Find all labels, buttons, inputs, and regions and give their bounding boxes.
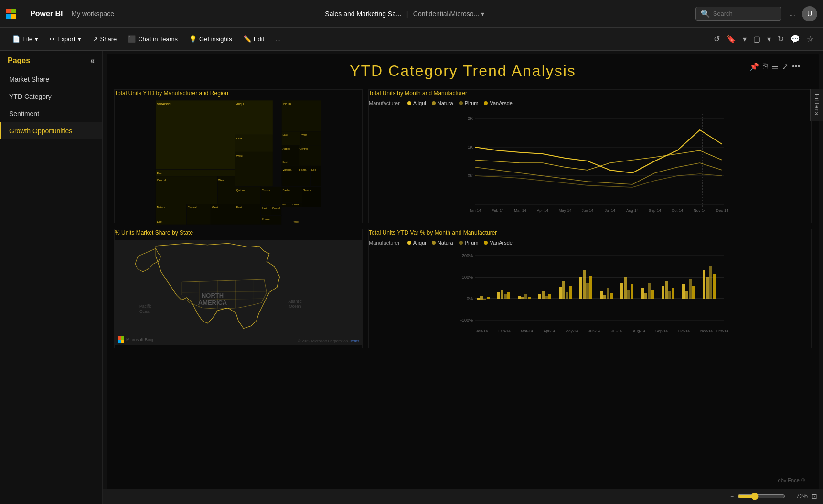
- svg-rect-135: [651, 290, 654, 299]
- svg-rect-145: [706, 277, 709, 299]
- expand-icon[interactable]: ⤢: [782, 62, 788, 71]
- svg-rect-121: [583, 270, 586, 299]
- zoom-plus-icon[interactable]: +: [789, 493, 792, 500]
- edit-button[interactable]: ✏️ Edit: [239, 32, 269, 45]
- svg-text:VanArsdel: VanArsdel: [157, 102, 171, 106]
- svg-text:Central: Central: [188, 206, 197, 209]
- svg-rect-134: [648, 283, 651, 299]
- svg-text:East: East: [236, 137, 242, 140]
- svg-rect-105: [504, 294, 507, 299]
- terms-link[interactable]: Terms: [349, 339, 359, 343]
- more-options-button[interactable]: ...: [786, 8, 798, 20]
- svg-rect-123: [589, 276, 592, 299]
- zoom-minus-icon[interactable]: −: [730, 493, 734, 500]
- svg-rect-109: [521, 297, 524, 299]
- sidebar-item-growth-opportunities[interactable]: Growth Opportunities: [0, 122, 102, 139]
- svg-text:Dec-14: Dec-14: [716, 208, 728, 213]
- edit-icon: ✏️: [244, 35, 251, 43]
- svg-text:Feb-14: Feb-14: [498, 329, 511, 333]
- svg-rect-136: [662, 286, 664, 299]
- svg-text:West: West: [294, 220, 299, 223]
- svg-rect-139: [672, 288, 674, 299]
- filter-icon[interactable]: ☰: [771, 62, 778, 71]
- pages-header: Pages «: [0, 51, 102, 71]
- svg-rect-99: [477, 298, 480, 300]
- undo-icon[interactable]: ↺: [712, 32, 722, 45]
- file-button[interactable]: 📄 File ▾: [8, 32, 43, 45]
- svg-text:200%: 200%: [462, 253, 473, 258]
- frame-icon[interactable]: ▢: [751, 32, 762, 45]
- workspace-label[interactable]: My workspace: [71, 10, 114, 18]
- zoom-slider[interactable]: [737, 493, 785, 500]
- svg-text:West: West: [301, 133, 307, 136]
- svg-text:Aliqui: Aliqui: [236, 102, 244, 106]
- svg-text:0%: 0%: [467, 296, 473, 301]
- svg-rect-115: [548, 294, 551, 299]
- svg-text:Salvus: Salvus: [303, 189, 311, 192]
- export-button[interactable]: ↦ Export ▾: [45, 32, 86, 45]
- more-toolbar-button[interactable]: ...: [271, 32, 286, 45]
- svg-text:Nov-14: Nov-14: [700, 329, 713, 333]
- svg-rect-147: [713, 274, 716, 299]
- svg-text:2K: 2K: [468, 116, 473, 121]
- collapse-icon[interactable]: «: [90, 56, 95, 65]
- svg-rect-120: [579, 277, 582, 299]
- toolbar: 📄 File ▾ ↦ Export ▾ ↗ Share ⬛ Chat in Te…: [0, 28, 823, 51]
- svg-text:Jun-14: Jun-14: [582, 208, 594, 213]
- chevron-down-icon[interactable]: ▾: [741, 32, 748, 45]
- sidebar-item-ytd-category[interactable]: YTD Category: [0, 88, 102, 105]
- svg-rect-144: [703, 270, 705, 299]
- svg-text:Ocean: Ocean: [139, 309, 152, 314]
- search-icon: 🔍: [701, 9, 710, 18]
- filters-tab[interactable]: Filters: [810, 89, 823, 121]
- svg-text:Central: Central: [300, 147, 308, 150]
- avatar[interactable]: U: [802, 6, 817, 21]
- fit-page-icon[interactable]: ⊡: [812, 493, 817, 500]
- svg-text:1K: 1K: [468, 145, 473, 150]
- svg-text:East: East: [157, 172, 163, 175]
- share-button[interactable]: ↗ Share: [88, 32, 122, 45]
- barchart-svg[interactable]: 200% 100% 0% -100%: [369, 248, 811, 337]
- sidebar-item-sentiment[interactable]: Sentiment: [0, 105, 102, 122]
- search-box[interactable]: 🔍: [695, 7, 781, 21]
- svg-rect-110: [524, 294, 527, 299]
- svg-text:NORTH: NORTH: [202, 292, 224, 299]
- report-name[interactable]: Sales and Marketing Sa...: [325, 10, 401, 18]
- svg-rect-108: [518, 296, 521, 299]
- svg-text:Quibus: Quibus: [236, 189, 245, 192]
- get-insights-button[interactable]: 💡 Get insights: [184, 32, 237, 45]
- bookmark-icon[interactable]: 🔖: [725, 32, 738, 45]
- canvas-toolbar: 📌 ⎘ ☰ ⤢ •••: [749, 62, 800, 71]
- legend-aliqui-bar: Aliqui: [407, 240, 426, 246]
- svg-text:Aug-14: Aug-14: [626, 208, 639, 213]
- map-area[interactable]: NORTH AMERICA Pacific Ocean Atlantic Oce…: [115, 240, 362, 345]
- search-input[interactable]: [713, 10, 775, 17]
- map-attribution: Microsoft Bing: [118, 336, 153, 343]
- svg-rect-122: [586, 283, 589, 299]
- svg-rect-128: [620, 283, 623, 299]
- svg-text:-100%: -100%: [460, 318, 473, 322]
- svg-text:Currus: Currus: [262, 189, 270, 192]
- treemap-panel: Total Units YTD by Manufacturer and Regi…: [114, 89, 363, 223]
- comment-icon[interactable]: 💬: [789, 32, 802, 45]
- linechart-svg[interactable]: 2K 1K 0K Jan-14: [369, 109, 811, 214]
- svg-rect-142: [689, 279, 692, 299]
- svg-text:100%: 100%: [462, 275, 473, 279]
- share-icon: ↗: [93, 35, 98, 43]
- more-visual-options-icon[interactable]: •••: [792, 62, 800, 71]
- copy-icon[interactable]: ⎘: [763, 62, 768, 71]
- svg-rect-106: [507, 292, 510, 299]
- svg-rect-131: [631, 284, 633, 299]
- svg-text:Central: Central: [157, 179, 166, 182]
- linechart-legend: Manufacturer Aliqui Natura Pirum: [369, 100, 811, 106]
- svg-rect-143: [692, 286, 695, 299]
- toolbar-right: ↺ 🔖 ▾ ▢ ▾ ↻ 💬 ☆: [712, 32, 815, 45]
- chevron-down-icon-2[interactable]: ▾: [765, 32, 773, 45]
- refresh-icon[interactable]: ↻: [776, 32, 786, 45]
- pin-icon[interactable]: 📌: [749, 62, 759, 71]
- chat-in-teams-button[interactable]: ⬛ Chat in Teams: [123, 32, 182, 45]
- chevron-down-icon[interactable]: ▾: [481, 10, 484, 18]
- star-icon[interactable]: ☆: [805, 32, 815, 45]
- sidebar-item-market-share[interactable]: Market Share: [0, 71, 102, 88]
- treemap-svg[interactable]: VanArsdel East Central West Natura East …: [115, 100, 362, 225]
